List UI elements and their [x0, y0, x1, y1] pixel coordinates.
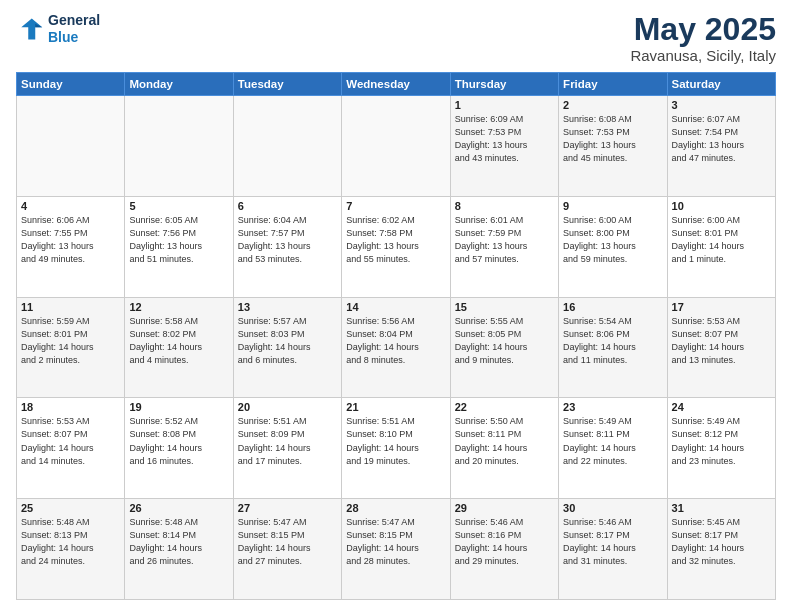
day-number: 20: [238, 401, 337, 413]
calendar-cell: [233, 96, 341, 197]
calendar-cell: 2Sunrise: 6:08 AMSunset: 7:53 PMDaylight…: [559, 96, 667, 197]
day-info: Sunrise: 5:53 AMSunset: 8:07 PMDaylight:…: [672, 315, 771, 367]
weekday-header-friday: Friday: [559, 73, 667, 96]
calendar-cell: 11Sunrise: 5:59 AMSunset: 8:01 PMDayligh…: [17, 297, 125, 398]
day-info: Sunrise: 6:09 AMSunset: 7:53 PMDaylight:…: [455, 113, 554, 165]
calendar-cell: 14Sunrise: 5:56 AMSunset: 8:04 PMDayligh…: [342, 297, 450, 398]
calendar-cell: 12Sunrise: 5:58 AMSunset: 8:02 PMDayligh…: [125, 297, 233, 398]
calendar-cell: 9Sunrise: 6:00 AMSunset: 8:00 PMDaylight…: [559, 196, 667, 297]
day-number: 17: [672, 301, 771, 313]
calendar-week-2: 4Sunrise: 6:06 AMSunset: 7:55 PMDaylight…: [17, 196, 776, 297]
calendar-week-4: 18Sunrise: 5:53 AMSunset: 8:07 PMDayligh…: [17, 398, 776, 499]
day-info: Sunrise: 5:57 AMSunset: 8:03 PMDaylight:…: [238, 315, 337, 367]
day-info: Sunrise: 5:47 AMSunset: 8:15 PMDaylight:…: [238, 516, 337, 568]
calendar-cell: 16Sunrise: 5:54 AMSunset: 8:06 PMDayligh…: [559, 297, 667, 398]
calendar-cell: 4Sunrise: 6:06 AMSunset: 7:55 PMDaylight…: [17, 196, 125, 297]
day-number: 16: [563, 301, 662, 313]
day-number: 10: [672, 200, 771, 212]
day-number: 12: [129, 301, 228, 313]
weekday-header-sunday: Sunday: [17, 73, 125, 96]
day-info: Sunrise: 5:55 AMSunset: 8:05 PMDaylight:…: [455, 315, 554, 367]
day-number: 14: [346, 301, 445, 313]
calendar-week-5: 25Sunrise: 5:48 AMSunset: 8:13 PMDayligh…: [17, 499, 776, 600]
day-number: 19: [129, 401, 228, 413]
day-number: 18: [21, 401, 120, 413]
day-number: 29: [455, 502, 554, 514]
weekday-header-saturday: Saturday: [667, 73, 775, 96]
svg-marker-1: [35, 24, 42, 28]
day-info: Sunrise: 5:48 AMSunset: 8:13 PMDaylight:…: [21, 516, 120, 568]
day-info: Sunrise: 5:58 AMSunset: 8:02 PMDaylight:…: [129, 315, 228, 367]
calendar-cell: 24Sunrise: 5:49 AMSunset: 8:12 PMDayligh…: [667, 398, 775, 499]
day-info: Sunrise: 6:08 AMSunset: 7:53 PMDaylight:…: [563, 113, 662, 165]
weekday-header-thursday: Thursday: [450, 73, 558, 96]
calendar-cell: 30Sunrise: 5:46 AMSunset: 8:17 PMDayligh…: [559, 499, 667, 600]
day-info: Sunrise: 5:51 AMSunset: 8:10 PMDaylight:…: [346, 415, 445, 467]
calendar-cell: 18Sunrise: 5:53 AMSunset: 8:07 PMDayligh…: [17, 398, 125, 499]
day-info: Sunrise: 6:00 AMSunset: 8:00 PMDaylight:…: [563, 214, 662, 266]
subtitle: Ravanusa, Sicily, Italy: [630, 47, 776, 64]
calendar-cell: 6Sunrise: 6:04 AMSunset: 7:57 PMDaylight…: [233, 196, 341, 297]
svg-marker-0: [21, 18, 42, 39]
day-number: 21: [346, 401, 445, 413]
day-number: 25: [21, 502, 120, 514]
calendar-cell: 13Sunrise: 5:57 AMSunset: 8:03 PMDayligh…: [233, 297, 341, 398]
day-info: Sunrise: 5:49 AMSunset: 8:11 PMDaylight:…: [563, 415, 662, 467]
weekday-header-monday: Monday: [125, 73, 233, 96]
day-info: Sunrise: 6:05 AMSunset: 7:56 PMDaylight:…: [129, 214, 228, 266]
calendar-cell: 17Sunrise: 5:53 AMSunset: 8:07 PMDayligh…: [667, 297, 775, 398]
calendar-cell: 8Sunrise: 6:01 AMSunset: 7:59 PMDaylight…: [450, 196, 558, 297]
calendar-cell: [342, 96, 450, 197]
day-info: Sunrise: 5:53 AMSunset: 8:07 PMDaylight:…: [21, 415, 120, 467]
day-number: 22: [455, 401, 554, 413]
day-number: 5: [129, 200, 228, 212]
day-number: 8: [455, 200, 554, 212]
day-info: Sunrise: 5:49 AMSunset: 8:12 PMDaylight:…: [672, 415, 771, 467]
day-number: 2: [563, 99, 662, 111]
calendar-cell: 21Sunrise: 5:51 AMSunset: 8:10 PMDayligh…: [342, 398, 450, 499]
day-number: 24: [672, 401, 771, 413]
calendar-cell: 5Sunrise: 6:05 AMSunset: 7:56 PMDaylight…: [125, 196, 233, 297]
day-info: Sunrise: 5:56 AMSunset: 8:04 PMDaylight:…: [346, 315, 445, 367]
day-number: 27: [238, 502, 337, 514]
calendar-cell: 26Sunrise: 5:48 AMSunset: 8:14 PMDayligh…: [125, 499, 233, 600]
header: General Blue May 2025 Ravanusa, Sicily, …: [16, 12, 776, 64]
title-block: May 2025 Ravanusa, Sicily, Italy: [630, 12, 776, 64]
day-number: 15: [455, 301, 554, 313]
day-number: 26: [129, 502, 228, 514]
day-info: Sunrise: 6:07 AMSunset: 7:54 PMDaylight:…: [672, 113, 771, 165]
day-number: 23: [563, 401, 662, 413]
day-info: Sunrise: 5:59 AMSunset: 8:01 PMDaylight:…: [21, 315, 120, 367]
logo-text: General Blue: [48, 12, 100, 46]
calendar-cell: 29Sunrise: 5:46 AMSunset: 8:16 PMDayligh…: [450, 499, 558, 600]
weekday-header-wednesday: Wednesday: [342, 73, 450, 96]
calendar-cell: 31Sunrise: 5:45 AMSunset: 8:17 PMDayligh…: [667, 499, 775, 600]
day-number: 6: [238, 200, 337, 212]
day-info: Sunrise: 6:06 AMSunset: 7:55 PMDaylight:…: [21, 214, 120, 266]
calendar-cell: 22Sunrise: 5:50 AMSunset: 8:11 PMDayligh…: [450, 398, 558, 499]
day-number: 11: [21, 301, 120, 313]
calendar-cell: [125, 96, 233, 197]
day-number: 9: [563, 200, 662, 212]
calendar-week-1: 1Sunrise: 6:09 AMSunset: 7:53 PMDaylight…: [17, 96, 776, 197]
calendar-cell: 3Sunrise: 6:07 AMSunset: 7:54 PMDaylight…: [667, 96, 775, 197]
day-info: Sunrise: 6:04 AMSunset: 7:57 PMDaylight:…: [238, 214, 337, 266]
weekday-header-tuesday: Tuesday: [233, 73, 341, 96]
calendar-cell: 27Sunrise: 5:47 AMSunset: 8:15 PMDayligh…: [233, 499, 341, 600]
day-number: 13: [238, 301, 337, 313]
day-number: 1: [455, 99, 554, 111]
calendar-cell: [17, 96, 125, 197]
calendar-cell: 25Sunrise: 5:48 AMSunset: 8:13 PMDayligh…: [17, 499, 125, 600]
day-info: Sunrise: 5:47 AMSunset: 8:15 PMDaylight:…: [346, 516, 445, 568]
calendar-cell: 23Sunrise: 5:49 AMSunset: 8:11 PMDayligh…: [559, 398, 667, 499]
logo-icon: [16, 15, 44, 43]
page: General Blue May 2025 Ravanusa, Sicily, …: [0, 0, 792, 612]
calendar-cell: 7Sunrise: 6:02 AMSunset: 7:58 PMDaylight…: [342, 196, 450, 297]
day-number: 3: [672, 99, 771, 111]
calendar-cell: 15Sunrise: 5:55 AMSunset: 8:05 PMDayligh…: [450, 297, 558, 398]
day-info: Sunrise: 6:00 AMSunset: 8:01 PMDaylight:…: [672, 214, 771, 266]
day-info: Sunrise: 5:45 AMSunset: 8:17 PMDaylight:…: [672, 516, 771, 568]
day-number: 7: [346, 200, 445, 212]
day-info: Sunrise: 5:50 AMSunset: 8:11 PMDaylight:…: [455, 415, 554, 467]
calendar-table: SundayMondayTuesdayWednesdayThursdayFrid…: [16, 72, 776, 600]
